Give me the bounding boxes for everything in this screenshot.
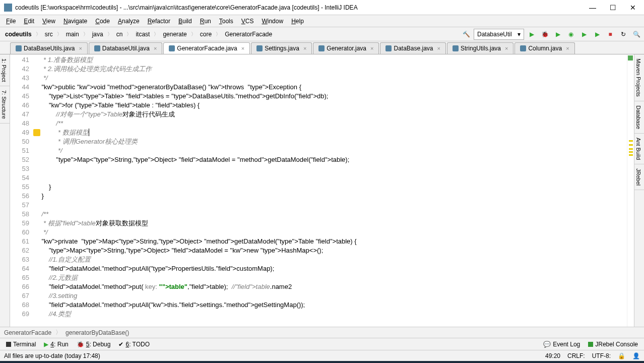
line-number[interactable]: 59 (10, 219, 32, 228)
menu-edit[interactable]: Edit (20, 17, 38, 26)
search-icon[interactable]: 🔍 (631, 29, 642, 40)
tool-window-tab[interactable]: 1: Project (0, 54, 10, 86)
line-number[interactable]: 64 (10, 264, 32, 273)
line-number[interactable]: 56 (10, 192, 32, 201)
line-number[interactable]: 60 (10, 228, 32, 237)
code-line[interactable]: "type">List<"type">Table> "field">tables… (34, 92, 627, 101)
tool-window-tab[interactable]: Ant Build (634, 134, 644, 164)
code-line[interactable]: */ (34, 146, 627, 155)
code-line[interactable]: //2.元数据 (34, 273, 627, 282)
run-config-dropdown[interactable]: DatabaseUtil ▾ (474, 29, 524, 40)
crumb-class[interactable]: GeneratorFacade (4, 329, 51, 336)
editor-tab[interactable]: DataBase.java× (380, 42, 445, 54)
tool-window-tab[interactable]: JRebel (634, 164, 644, 190)
line-number[interactable]: 63 (10, 255, 32, 264)
code-line[interactable]: * 调用Generator核心处理类 (34, 137, 627, 146)
run-icon[interactable]: ▶ (526, 29, 537, 40)
line-number[interactable]: 67 (10, 291, 32, 300)
code-line[interactable]: /** (34, 119, 627, 128)
line-number[interactable]: 49 (10, 128, 32, 137)
code-line[interactable]: //4.类型 (34, 310, 627, 319)
breadcrumb-item[interactable]: src (42, 30, 56, 39)
editor-tab[interactable]: Generator.java× (313, 42, 379, 54)
editor-tab[interactable]: DatabaseUtil.java× (89, 42, 163, 54)
menu-window[interactable]: Window (257, 17, 287, 26)
line-number[interactable]: 62 (10, 246, 32, 255)
line-number[interactable]: 42 (10, 65, 32, 74)
line-number[interactable]: 54 (10, 173, 32, 183)
update-icon[interactable]: ↻ (618, 29, 629, 40)
jrebel-debug-icon[interactable]: ▶ (592, 29, 603, 40)
breadcrumb-item[interactable]: itcast (133, 30, 153, 39)
line-number[interactable]: 52 (10, 155, 32, 164)
maximize-button[interactable]: ☐ (606, 3, 620, 13)
line-number[interactable]: 44 (10, 83, 32, 92)
run-tab[interactable]: ▶4: Run (40, 340, 72, 349)
file-encoding[interactable]: UTF-8: (592, 352, 611, 359)
tool-window-tab[interactable]: 7: Structure (0, 86, 10, 124)
code-line[interactable]: /** (34, 210, 627, 219)
code-line[interactable]: "field">dataModel."method">put( key: "">… (34, 282, 627, 291)
cursor-position[interactable]: 49:20 (545, 352, 560, 359)
line-number[interactable]: 50 (10, 137, 32, 146)
editor[interactable]: 4142434445464748495051525354555657585960… (10, 54, 634, 327)
code-line[interactable]: "kw">private "type">Map<"type">String,"t… (34, 237, 627, 246)
close-button[interactable]: ✕ (626, 3, 640, 13)
code-line[interactable]: "type">Map<"type">String,"type">Object> … (34, 155, 627, 164)
hector-icon[interactable]: 👤 (632, 352, 640, 359)
menu-refactor[interactable]: Refactor (144, 17, 174, 26)
line-number[interactable]: 58 (10, 210, 32, 219)
event-log-tab[interactable]: 💬Event Log (539, 340, 584, 349)
profile-icon[interactable]: ◉ (565, 29, 576, 40)
warning-mark[interactable] (629, 148, 633, 150)
todo-tab[interactable]: ✔6: TODO (114, 340, 154, 349)
close-tab-icon[interactable]: × (505, 45, 508, 51)
close-tab-icon[interactable]: × (79, 45, 82, 51)
editor-tab[interactable]: DataBaseUtils.java× (10, 42, 88, 54)
line-number[interactable]: 48 (10, 119, 32, 128)
coverage-icon[interactable]: ▶ (552, 29, 563, 40)
line-number[interactable]: 61 (10, 237, 32, 246)
line-number[interactable]: 47 (10, 110, 32, 119)
debug-tab[interactable]: 🐞5: Debug (73, 340, 115, 349)
code-line[interactable] (34, 201, 627, 210)
breadcrumb-item[interactable]: GeneratorFacade (222, 30, 275, 39)
warning-mark[interactable] (629, 151, 633, 153)
breadcrumb-item[interactable]: codeutils (2, 30, 35, 39)
line-number[interactable]: 69 (10, 310, 32, 319)
editor-tab[interactable]: Column.java× (514, 42, 574, 54)
breadcrumb-item[interactable]: generate (160, 30, 189, 39)
breadcrumb-item[interactable]: cn (113, 30, 126, 39)
menu-help[interactable]: Help (287, 17, 308, 26)
close-tab-icon[interactable]: × (241, 45, 244, 51)
code-line[interactable]: "type">Map<"type">String,"type">Object> … (34, 246, 627, 255)
code-line[interactable]: } (34, 192, 627, 201)
intention-bulb-icon[interactable] (33, 129, 40, 136)
breadcrumb-item[interactable]: core (197, 30, 215, 39)
code-line[interactable]: //3.setting (34, 291, 627, 300)
line-number[interactable]: 51 (10, 146, 32, 155)
code-line[interactable]: "kw">for ("type">Table "field">table : "… (34, 101, 627, 110)
line-number[interactable]: 68 (10, 300, 32, 310)
close-tab-icon[interactable]: × (154, 45, 157, 51)
line-number[interactable]: 53 (10, 164, 32, 173)
menu-vcs[interactable]: VCS (237, 17, 258, 26)
code-line[interactable]: */ (34, 74, 627, 83)
warning-mark[interactable] (629, 154, 633, 156)
line-number[interactable]: 46 (10, 101, 32, 110)
close-tab-icon[interactable]: × (303, 45, 306, 51)
code-line[interactable] (34, 173, 627, 183)
warning-mark[interactable] (629, 140, 633, 142)
line-number[interactable]: 66 (10, 282, 32, 291)
menu-run[interactable]: Run (196, 17, 215, 26)
line-number[interactable]: 41 (10, 55, 32, 65)
menu-code[interactable]: Code (91, 17, 114, 26)
menu-tools[interactable]: Tools (215, 17, 237, 26)
menu-navigate[interactable]: Navigate (59, 17, 91, 26)
code-line[interactable]: "field">dataModel."method">putAll("type"… (34, 264, 627, 273)
code-line[interactable]: //1.自定义配置 (34, 255, 627, 264)
close-tab-icon[interactable]: × (566, 45, 569, 51)
code-line[interactable]: "kw">public "kw">void "method">generator… (34, 83, 627, 92)
editor-tab[interactable]: GeneratorFacade.java× (163, 42, 250, 54)
menu-build[interactable]: Build (174, 17, 196, 26)
